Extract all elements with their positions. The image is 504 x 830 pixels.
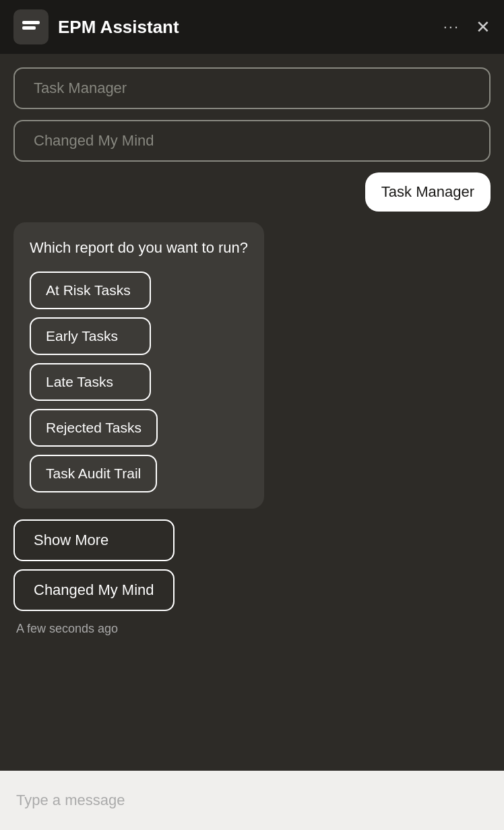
show-more-button[interactable]: Show More [13, 519, 175, 561]
old-changed-my-mind-button[interactable]: Changed My Mind [13, 120, 491, 162]
message-timestamp: A few seconds ago [13, 622, 175, 636]
app-header: EPM Assistant ··· ✕ [0, 0, 504, 54]
user-task-manager-msg: Task Manager [13, 172, 491, 212]
svg-rect-0 [22, 21, 40, 24]
app-icon [13, 9, 49, 44]
bot-choices-msg: Which report do you want to run? At Risk… [13, 222, 491, 509]
header-actions: ··· ✕ [443, 17, 491, 38]
standalone-buttons-group: Show More Changed My Mind A few seconds … [13, 519, 491, 636]
chat-area: Task Manager Changed My Mind Task Manage… [0, 54, 504, 771]
close-button[interactable]: ✕ [476, 17, 491, 38]
input-area: Type a message [0, 771, 504, 830]
choices-box: Which report do you want to run? At Risk… [13, 222, 264, 509]
late-tasks-button[interactable]: Late Tasks [30, 363, 151, 401]
changed-my-mind-button[interactable]: Changed My Mind [13, 569, 175, 611]
user-task-manager-bubble: Task Manager [365, 172, 491, 212]
old-task-manager-row: Task Manager [13, 67, 491, 109]
old-changed-mind-row: Changed My Mind [13, 120, 491, 162]
rejected-tasks-button[interactable]: Rejected Tasks [30, 409, 158, 447]
app-title: EPM Assistant [58, 17, 443, 38]
standalone-buttons-list: Show More Changed My Mind A few seconds … [13, 519, 175, 636]
chat-bubble-icon [21, 17, 41, 37]
choices-question: Which report do you want to run? [30, 238, 248, 258]
task-audit-trail-button[interactable]: Task Audit Trail [30, 455, 157, 492]
at-risk-tasks-button[interactable]: At Risk Tasks [30, 272, 151, 309]
early-tasks-button[interactable]: Early Tasks [30, 317, 151, 355]
svg-rect-1 [22, 26, 36, 30]
message-input-placeholder[interactable]: Type a message [16, 792, 125, 809]
old-task-manager-button[interactable]: Task Manager [13, 67, 491, 109]
more-options-button[interactable]: ··· [443, 18, 460, 36]
